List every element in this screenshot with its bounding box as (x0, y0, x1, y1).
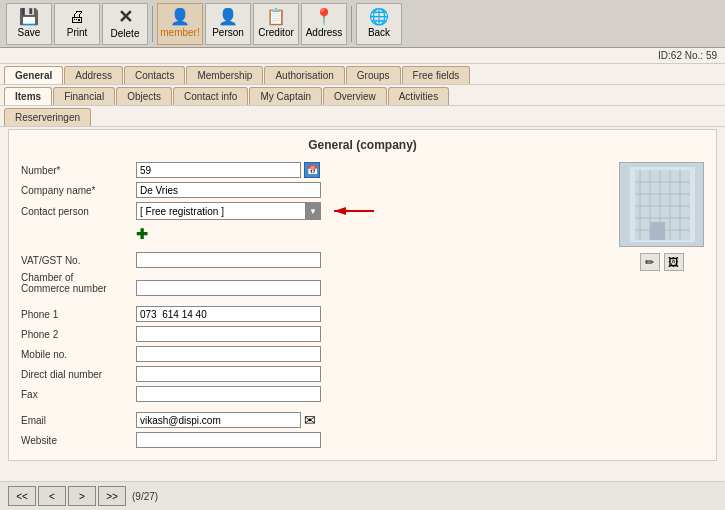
delete-icon: ✕ (118, 8, 133, 26)
fax-label: Fax (21, 388, 136, 400)
delete-button[interactable]: ✕ Delete (102, 3, 148, 45)
vat-input[interactable] (136, 252, 321, 268)
chamber-input[interactable] (136, 280, 321, 296)
nav-info: (9/27) (132, 491, 158, 502)
member-button[interactable]: 👤 member! (157, 3, 203, 45)
separator2 (351, 6, 352, 42)
address-label: Address (306, 27, 343, 38)
website-input[interactable] (136, 432, 321, 448)
member-label: member! (160, 27, 199, 38)
form-title: General (company) (21, 138, 704, 152)
save-button[interactable]: 💾 Save (6, 3, 52, 45)
address-button[interactable]: 📍 Address (301, 3, 347, 45)
person-label: Person (212, 27, 244, 38)
content-wrapper: General (company) Number* 📅 Company name… (0, 127, 725, 481)
form-area: Number* 📅 Company name* Contact person (21, 162, 704, 452)
add-btn-row: ✚ (21, 224, 607, 242)
creditor-label: Creditor (258, 27, 294, 38)
back-button[interactable]: 🌐 Back (356, 3, 402, 45)
delete-label: Delete (111, 28, 140, 39)
tab-objects[interactable]: Objects (116, 87, 172, 105)
email-icon[interactable]: ✉ (304, 412, 316, 428)
website-label: Website (21, 434, 136, 446)
tabs-row-1: General Address Contacts Membership Auth… (0, 64, 725, 85)
edit-photo-button[interactable]: ✏ (640, 253, 660, 271)
number-input[interactable] (136, 162, 301, 178)
id-text: ID:62 No.: 59 (658, 50, 717, 61)
tab-general[interactable]: General (4, 66, 63, 84)
photo-actions: ✏ 🖼 (640, 253, 684, 271)
tab-items[interactable]: Items (4, 87, 52, 105)
person-icon: 👤 (218, 9, 238, 25)
phone1-row: Phone 1 (21, 306, 607, 322)
chamber-label: Chamber ofCommerce number (21, 272, 136, 294)
vat-label: VAT/GST No. (21, 254, 136, 266)
company-name-row: Company name* (21, 182, 607, 198)
add-btn-spacer (21, 233, 136, 234)
tab-overview[interactable]: Overview (323, 87, 387, 105)
person-button[interactable]: 👤 Person (205, 3, 251, 45)
phone2-input[interactable] (136, 326, 321, 342)
tab-membership[interactable]: Membership (186, 66, 263, 84)
toolbar: 💾 Save 🖨 Print ✕ Delete 👤 member! 👤 Pers… (0, 0, 725, 48)
contact-person-select[interactable]: [ Free registration ] (136, 202, 321, 220)
tab-address[interactable]: Address (64, 66, 123, 84)
company-name-input[interactable] (136, 182, 321, 198)
contact-select-wrapper: [ Free registration ] ▼ (136, 202, 321, 220)
address-icon: 📍 (314, 9, 334, 25)
phone2-row: Phone 2 (21, 326, 607, 342)
tab-financial[interactable]: Financial (53, 87, 115, 105)
direct-dial-label: Direct dial number (21, 368, 136, 380)
tab-authorisation[interactable]: Authorisation (264, 66, 344, 84)
back-icon: 🌐 (369, 9, 389, 25)
direct-dial-input[interactable] (136, 366, 321, 382)
annotation-arrow (326, 201, 376, 221)
contact-select-container: [ Free registration ] ▼ (136, 202, 321, 220)
number-row: Number* 📅 (21, 162, 607, 178)
app-window: 💾 Save 🖨 Print ✕ Delete 👤 member! 👤 Pers… (0, 0, 725, 510)
prev-button[interactable]: < (38, 486, 66, 506)
content-panel: General (company) Number* 📅 Company name… (8, 129, 717, 461)
tab-reserveringen[interactable]: Reserveringen (4, 108, 91, 126)
print-button[interactable]: 🖨 Print (54, 3, 100, 45)
tab-my-captain[interactable]: My Captain (249, 87, 322, 105)
tab-free-fields[interactable]: Free fields (402, 66, 471, 84)
photo-area: ✏ 🖼 (619, 162, 704, 452)
tabs-row-3: Reserveringen (0, 106, 725, 127)
first-button[interactable]: << (8, 486, 36, 506)
tab-contact-info[interactable]: Contact info (173, 87, 248, 105)
save-label: Save (18, 27, 41, 38)
form-fields: Number* 📅 Company name* Contact person (21, 162, 607, 452)
creditor-icon: 📋 (266, 9, 286, 25)
phone1-input[interactable] (136, 306, 321, 322)
creditor-button[interactable]: 📋 Creditor (253, 3, 299, 45)
last-button[interactable]: >> (98, 486, 126, 506)
website-row: Website (21, 432, 607, 448)
number-input-group: 📅 (136, 162, 320, 178)
fax-row: Fax (21, 386, 607, 402)
email-input-group: ✉ (136, 412, 316, 428)
mobile-input[interactable] (136, 346, 321, 362)
tabs-row-2: Items Financial Objects Contact info My … (0, 85, 725, 106)
building-photo (620, 162, 703, 247)
save-icon: 💾 (19, 9, 39, 25)
calendar-icon[interactable]: 📅 (304, 162, 320, 178)
vat-row: VAT/GST No. (21, 252, 607, 268)
photo-frame (619, 162, 704, 247)
print-icon: 🖨 (69, 9, 85, 25)
tab-groups[interactable]: Groups (346, 66, 401, 84)
email-input[interactable] (136, 412, 301, 428)
company-name-label: Company name* (21, 184, 136, 196)
fax-input[interactable] (136, 386, 321, 402)
print-label: Print (67, 27, 88, 38)
tab-activities[interactable]: Activities (388, 87, 449, 105)
view-photo-button[interactable]: 🖼 (664, 253, 684, 271)
id-info: ID:62 No.: 59 (0, 48, 725, 64)
separator (152, 6, 153, 42)
tab-contacts[interactable]: Contacts (124, 66, 185, 84)
next-button[interactable]: > (68, 486, 96, 506)
back-label: Back (368, 27, 390, 38)
member-icon: 👤 (170, 9, 190, 25)
phone1-label: Phone 1 (21, 308, 136, 320)
add-contact-button[interactable]: ✚ (136, 226, 148, 242)
